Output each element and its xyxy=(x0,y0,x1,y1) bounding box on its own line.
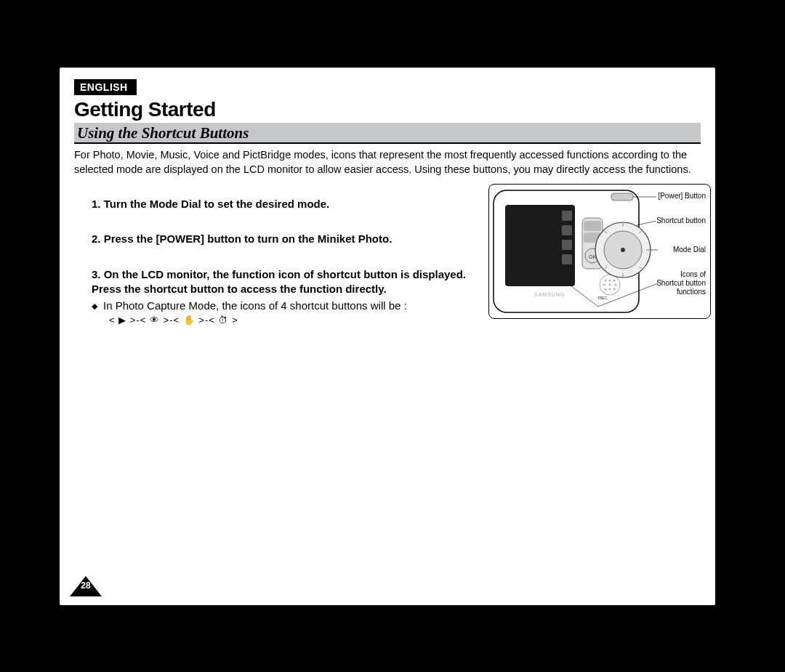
step-3-bullet-text: In Photo Capture Mode, the icons of 4 sh… xyxy=(103,299,407,312)
svg-point-14 xyxy=(613,280,615,281)
svg-text:OK: OK xyxy=(589,254,596,259)
svg-point-17 xyxy=(615,284,616,286)
page-number: 28 xyxy=(70,580,102,591)
step-3-extra: Press the shortcut button to access the … xyxy=(92,283,387,295)
step-1-text: Turn the Mode Dial to set the desired mo… xyxy=(104,198,330,210)
manual-page: ENGLISH Getting Started Using the Shortc… xyxy=(60,68,715,605)
svg-rect-3 xyxy=(562,225,572,235)
page-title: Getting Started xyxy=(74,98,701,121)
svg-point-16 xyxy=(609,284,611,286)
svg-text:SAMSUNG: SAMSUNG xyxy=(534,292,565,297)
language-badge: ENGLISH xyxy=(74,79,137,95)
label-functions: functions xyxy=(677,288,706,296)
svg-rect-32 xyxy=(611,193,633,201)
step-2: Press the [POWER] button to turn on the … xyxy=(92,232,499,246)
svg-point-20 xyxy=(613,288,615,290)
label-mode-dial: Mode Dial xyxy=(673,246,706,254)
svg-point-13 xyxy=(609,280,611,281)
svg-rect-5 xyxy=(562,254,572,264)
step-3-text: On the LCD monitor, the function icon of… xyxy=(104,268,466,280)
svg-line-34 xyxy=(637,221,656,225)
step-3: On the LCD monitor, the function icon of… xyxy=(92,267,499,327)
svg-rect-4 xyxy=(562,240,572,250)
svg-point-15 xyxy=(603,284,605,286)
label-power-button: [Power] Button xyxy=(658,192,706,200)
page-number-marker: 28 xyxy=(70,576,102,596)
svg-point-12 xyxy=(605,280,606,281)
svg-line-37 xyxy=(598,283,658,307)
svg-text:REC: REC xyxy=(598,296,608,300)
subtitle-bar: Using the Shortcut Buttons xyxy=(74,123,701,144)
icons-line: < ▶ >-< 👁 >-< ✋ >-< ⏱ > xyxy=(109,314,238,327)
steps-container: Turn the Mode Dial to set the desired mo… xyxy=(74,197,701,327)
step-1: Turn the Mode Dial to set the desired mo… xyxy=(92,197,499,211)
step-2-text: Press the [POWER] button to turn on the … xyxy=(104,232,392,245)
svg-rect-7 xyxy=(584,221,601,231)
label-shortcut-button-2: Shortcut button xyxy=(656,279,706,287)
camera-diagram: OK REC xyxy=(488,184,711,319)
svg-point-19 xyxy=(609,288,611,290)
svg-rect-2 xyxy=(562,211,572,221)
label-icons-of: Icons of xyxy=(680,270,706,278)
intro-paragraph: For Photo, Movie, Music, Voice and PictB… xyxy=(74,148,701,177)
svg-point-18 xyxy=(605,288,606,290)
svg-point-24 xyxy=(621,248,625,252)
svg-line-36 xyxy=(571,286,598,307)
shortcut-icons-row: < ▶ >-< 👁 >-< ✋ >-< ⏱ > xyxy=(92,313,499,326)
step-3-bullet: In Photo Capture Mode, the icons of 4 sh… xyxy=(92,299,499,313)
label-shortcut-button: Shortcut button xyxy=(656,216,706,224)
section-subtitle: Using the Shortcut Buttons xyxy=(76,124,701,142)
